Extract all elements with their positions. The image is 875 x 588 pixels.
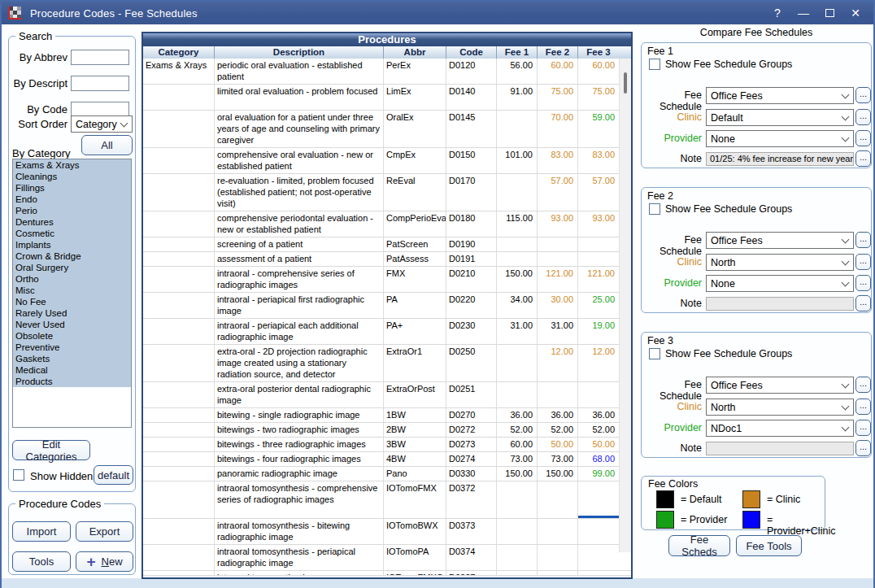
fee2-provider-select[interactable]: None: [706, 275, 854, 292]
fee-colors-legend: Fee Colors: [648, 478, 698, 490]
category-item[interactable]: Cleanings: [13, 171, 131, 182]
category-item[interactable]: Preventive: [13, 342, 131, 353]
export-button[interactable]: Export: [76, 521, 133, 542]
table-row[interactable]: assessment of a patientPatAssessD0191: [143, 252, 631, 267]
column-header-fee3[interactable]: Fee 3: [578, 46, 619, 59]
fee2-provider-more-button[interactable]: ...: [855, 275, 871, 291]
sort-order-select[interactable]: Category: [71, 115, 133, 133]
table-row[interactable]: comprehensive oral evaluation - new or e…: [143, 148, 631, 174]
fee1-clinic-more-button[interactable]: ...: [855, 109, 871, 125]
table-row[interactable]: intraoral tomosynthesis -IOTomoFMXCapD03…: [143, 571, 631, 576]
fee1-schedule-more-button[interactable]: ...: [855, 87, 871, 103]
maximize-button[interactable]: [816, 2, 842, 24]
fee3-schedule-more-button[interactable]: ...: [855, 377, 871, 393]
minimize-button[interactable]: —: [790, 2, 816, 24]
table-row[interactable]: oral evaluation for a patient under thre…: [143, 111, 631, 148]
category-item[interactable]: Cosmetic: [13, 228, 131, 239]
help-button[interactable]: ?: [764, 2, 790, 24]
category-list[interactable]: Exams & XraysCleaningsFillingsEndoPerioD…: [12, 159, 132, 428]
table-cell: CompPerioEval: [384, 211, 446, 237]
column-header-category[interactable]: Category: [143, 46, 215, 59]
fee2-note-field[interactable]: [706, 297, 854, 311]
fee2-schedule-more-button[interactable]: ...: [855, 232, 871, 248]
fee1-schedule-select[interactable]: Office Fees: [706, 87, 854, 104]
show-hidden-checkbox[interactable]: [13, 469, 24, 481]
category-item[interactable]: Gaskets: [13, 353, 131, 364]
fee1-show-groups-checkbox[interactable]: [649, 59, 660, 70]
close-button[interactable]: ✕: [842, 2, 868, 24]
default-button[interactable]: default: [94, 465, 133, 485]
fee1-provider-more-button[interactable]: ...: [855, 130, 871, 146]
table-row[interactable]: panoramic radiographic imagePanoD0330150…: [143, 467, 631, 481]
fee3-provider-select[interactable]: NDoc1: [706, 420, 854, 437]
fee1-clinic-select[interactable]: Default: [706, 109, 854, 126]
fee-cell: 150.00: [497, 267, 538, 292]
by-abbrev-input[interactable]: [71, 50, 129, 65]
fee3-clinic-more-button[interactable]: ...: [855, 399, 871, 415]
table-row[interactable]: Exams & Xraysperiodic oral evaluation - …: [143, 59, 631, 85]
fee-tools-button[interactable]: Fee Tools: [736, 535, 802, 556]
vertical-scrollbar[interactable]: [619, 59, 631, 552]
column-header-description[interactable]: Description: [215, 46, 384, 59]
fee3-provider-more-button[interactable]: ...: [855, 420, 871, 436]
table-row[interactable]: intraoral - periapical first radiographi…: [143, 293, 631, 319]
column-header-fee1[interactable]: Fee 1: [497, 46, 538, 59]
table-row[interactable]: intraoral tomosynthesis - comprehensive …: [143, 481, 631, 519]
column-header-fee2[interactable]: Fee 2: [538, 46, 578, 59]
import-button[interactable]: Import: [12, 521, 71, 542]
table-row[interactable]: extra-oral posterior dental radiographic…: [143, 382, 631, 408]
table-cell: [143, 571, 215, 575]
column-header-code[interactable]: Code: [446, 46, 497, 59]
scrollbar-thumb[interactable]: [624, 72, 627, 94]
category-item[interactable]: Fillings: [13, 182, 131, 194]
fee2-schedule-select[interactable]: Office Fees: [706, 232, 854, 249]
new-button[interactable]: + New: [76, 551, 133, 572]
tools-button[interactable]: Tools: [12, 551, 71, 572]
category-item[interactable]: Never Used: [13, 319, 131, 330]
fee2-show-groups-checkbox[interactable]: [649, 203, 660, 215]
category-item[interactable]: Obsolete: [13, 330, 131, 342]
fee2-note-more-button[interactable]: ...: [855, 295, 871, 311]
fee1-note-more-button[interactable]: ...: [855, 150, 871, 167]
category-item[interactable]: Perio: [13, 205, 131, 216]
fee3-clinic-select[interactable]: North: [706, 399, 854, 416]
fee1-provider-select[interactable]: None: [706, 130, 854, 147]
table-row[interactable]: screening of a patientPatScreenD0190: [143, 237, 631, 252]
table-row[interactable]: bitewings - three radiographic images3BW…: [143, 438, 631, 452]
table-row[interactable]: limited oral evaluation - problem focuse…: [143, 85, 631, 111]
all-button[interactable]: All: [81, 135, 133, 155]
table-row[interactable]: bitewings - two radiographic images2BWD0…: [143, 423, 631, 438]
table-row[interactable]: intraoral - comprehensive series of radi…: [143, 267, 631, 293]
fee3-note-more-button[interactable]: ...: [855, 440, 871, 456]
category-item[interactable]: Oral Surgery: [13, 262, 131, 273]
fee3-note-field[interactable]: [706, 442, 854, 455]
edit-categories-button[interactable]: Edit Categories: [12, 440, 90, 460]
table-row[interactable]: bitewings - four radiographic images4BWD…: [143, 452, 631, 467]
by-descript-input[interactable]: [71, 76, 129, 91]
fee2-clinic-more-button[interactable]: ...: [855, 254, 871, 270]
column-header-abbr[interactable]: Abbr: [384, 46, 446, 59]
category-item[interactable]: Products: [13, 376, 131, 387]
table-row[interactable]: comprehensive periodontal evaluation - n…: [143, 211, 631, 237]
fee1-note-field[interactable]: 01/25: 4% fee increase for new year: [706, 152, 854, 166]
fee2-clinic-select[interactable]: North: [706, 254, 854, 271]
table-row[interactable]: bitewing - single radiographic image1BWD…: [143, 408, 631, 423]
category-item[interactable]: No Fee: [13, 296, 131, 307]
category-item[interactable]: Implants: [13, 239, 131, 250]
table-row[interactable]: intraoral tomosynthesis - periapical rad…: [143, 545, 631, 571]
category-item[interactable]: Dentures: [13, 216, 131, 228]
category-item[interactable]: Misc: [13, 285, 131, 296]
category-item[interactable]: Crown & Bridge: [13, 250, 131, 262]
table-row[interactable]: extra-oral - 2D projection radiographic …: [143, 345, 631, 382]
table-row[interactable]: re-evaluation - limited, problem focused…: [143, 174, 631, 211]
table-row[interactable]: intraoral - periapical each additional r…: [143, 319, 631, 345]
table-row[interactable]: intraoral tomosynthesis - bitewing radio…: [143, 519, 631, 545]
fee3-show-groups-checkbox[interactable]: [649, 348, 660, 359]
category-item[interactable]: Medical: [13, 364, 131, 376]
category-item[interactable]: Exams & Xrays: [13, 159, 131, 171]
category-item[interactable]: Rarely Used: [13, 307, 131, 319]
fee3-schedule-select[interactable]: Office Fees: [706, 377, 854, 394]
category-item[interactable]: Endo: [13, 194, 131, 205]
fee-scheds-button[interactable]: Fee Scheds: [668, 535, 730, 556]
category-item[interactable]: Ortho: [13, 273, 131, 285]
